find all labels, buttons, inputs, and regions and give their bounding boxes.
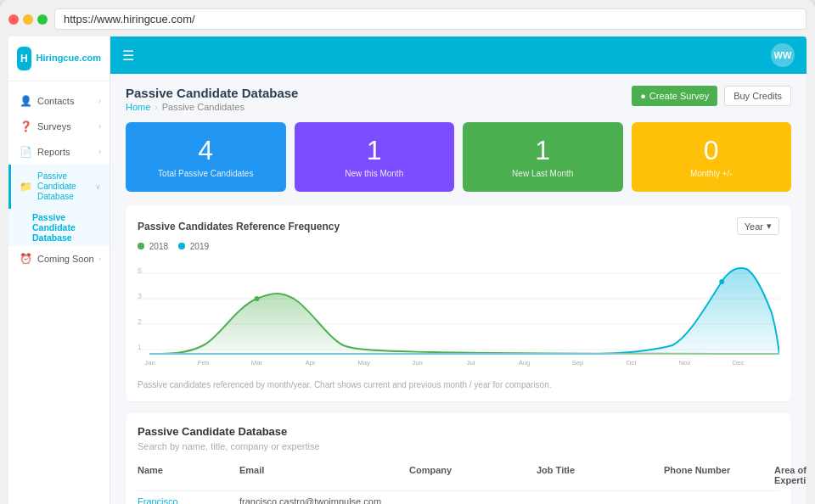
legend-label-2018: 2018 (149, 242, 168, 251)
table-search-hint: Search by name, title, company or expert… (138, 441, 779, 451)
chart-filter-dropdown[interactable]: Year ▾ (737, 217, 779, 235)
stat-number-monthly: 0 (642, 136, 782, 165)
sidebar-item-passive-candidate[interactable]: 📁 Passive CandidateDatabase ∨ (8, 165, 110, 209)
database-table-section: Passive Candidate Database Search by nam… (126, 413, 791, 504)
hamburger-icon[interactable]: ☰ (122, 48, 134, 64)
svg-text:Nov: Nov (679, 359, 691, 367)
page-title: Passive Candidate Database (126, 86, 298, 100)
svg-text:1: 1 (138, 343, 142, 351)
svg-text:Jul: Jul (467, 359, 475, 367)
svg-text:Jun: Jun (412, 359, 422, 367)
close-dot[interactable] (8, 14, 19, 25)
sidebar-label-contacts: Contacts (37, 96, 74, 106)
sidebar-item-reports[interactable]: 📄 Reports › (8, 139, 110, 165)
svg-text:May: May (357, 359, 370, 367)
main-content: ☰ WW Passive Candidate Database Home › P… (110, 36, 807, 504)
legend-2018: 2018 (138, 242, 168, 251)
chevron-down-icon: ▾ (767, 221, 772, 232)
browser-toolbar: https://www.hiringcue.com/ (8, 8, 807, 30)
chart-legend: 2018 2019 (138, 242, 779, 251)
logo-text: Hiringcue.com (37, 53, 101, 64)
chart-svg: 5 3 2 1 (138, 256, 779, 375)
contacts-icon: 👤 (20, 95, 32, 107)
sidebar-navigation: 👤 Contacts › ❓ Surveys › 📄 Reports (8, 81, 110, 278)
url-bar[interactable]: https://www.hiringcue.com/ (54, 8, 807, 30)
chart-header: Passive Candidates Reference Frequency Y… (138, 217, 779, 235)
svg-text:Sep: Sep (572, 359, 584, 367)
cell-expertise (774, 496, 779, 504)
stat-card-new-last: 1 New Last Month (463, 122, 623, 192)
col-expertise: Area of Expertise (774, 465, 807, 485)
svg-point-8 (255, 296, 260, 301)
app-container: H Hiringcue.com 👤 Contacts › ❓ Surveys (8, 36, 807, 504)
chevron-icon: › (98, 255, 101, 263)
svg-text:3: 3 (138, 292, 142, 300)
topbar: ☰ WW (110, 36, 807, 74)
svg-text:Feb: Feb (198, 359, 210, 367)
chevron-icon: › (98, 97, 101, 105)
reports-icon: 📄 (20, 146, 32, 158)
sidebar-label-surveys: Surveys (37, 121, 71, 132)
cell-phone (664, 496, 774, 504)
svg-text:Mar: Mar (251, 359, 263, 367)
svg-text:Jan: Jan (144, 359, 155, 367)
content-area: Passive Candidate Database Home › Passiv… (110, 74, 807, 504)
create-survey-label: Create Survey (649, 91, 709, 101)
col-job-title: Job Title (537, 465, 664, 485)
header-buttons: ● Create Survey Buy Credits (632, 86, 791, 106)
breadcrumb-separator: › (155, 103, 157, 112)
cell-name[interactable]: Francisco (138, 496, 239, 504)
breadcrumb-home[interactable]: Home (126, 102, 150, 112)
table-row[interactable]: Francisco francisco.castro@twoimpulse.co… (138, 491, 779, 504)
table-header: Name Email Company Job Title Phone Numbe… (138, 460, 779, 491)
sidebar-label-reports: Reports (37, 147, 70, 157)
coming-soon-icon: ⏰ (20, 253, 32, 265)
logo-icon: H (17, 47, 31, 70)
create-survey-button[interactable]: ● Create Survey (632, 86, 717, 106)
svg-point-9 (719, 279, 724, 284)
stat-card-total: 4 Total Passive Candidates (126, 122, 286, 192)
browser-dots (8, 14, 48, 25)
surveys-icon: ❓ (20, 120, 32, 132)
svg-text:5: 5 (138, 266, 142, 275)
chart-note: Passive candidates referenced by month/y… (138, 380, 779, 389)
sidebar: H Hiringcue.com 👤 Contacts › ❓ Surveys (8, 36, 110, 504)
svg-text:Aug: Aug (519, 359, 531, 367)
buy-credits-button[interactable]: Buy Credits (724, 86, 791, 106)
stat-label-total: Total Passive Candidates (136, 169, 276, 178)
stat-number-new-last: 1 (473, 136, 613, 165)
legend-2019: 2019 (178, 242, 209, 251)
sidebar-item-contacts[interactable]: 👤 Contacts › (8, 88, 110, 114)
avatar[interactable]: WW (771, 43, 795, 67)
cell-email: francisco.castro@twoimpulse.com (239, 496, 409, 504)
cell-job-title (537, 496, 664, 504)
chevron-icon: › (98, 122, 101, 131)
stat-label-new-month: New this Month (305, 169, 445, 178)
sidebar-logo: H Hiringcue.com (8, 36, 110, 81)
legend-dot-2018 (138, 243, 144, 249)
svg-text:Dec: Dec (733, 359, 745, 367)
sidebar-item-coming-soon[interactable]: ⏰ Coming Soon › (8, 246, 110, 272)
browser-window: https://www.hiringcue.com/ H Hiringcue.c… (0, 0, 815, 504)
breadcrumb: Home › Passive Candidates (126, 102, 298, 112)
stat-number-new-month: 1 (305, 136, 445, 165)
minimize-dot[interactable] (23, 14, 33, 25)
plus-icon: ● (640, 91, 646, 101)
svg-text:2: 2 (138, 317, 142, 326)
page-header: Passive Candidate Database Home › Passiv… (126, 86, 791, 112)
sidebar-label-passive: Passive CandidateDatabase (37, 171, 95, 202)
passive-icon: 📁 (20, 181, 32, 193)
svg-text:Oct: Oct (627, 359, 638, 367)
col-name: Name (138, 465, 239, 485)
legend-label-2019: 2019 (190, 242, 209, 251)
stat-label-new-last: New Last Month (473, 169, 613, 178)
col-email: Email (239, 465, 409, 485)
stat-label-monthly: Monthly +/- (642, 169, 782, 178)
col-phone: Phone Number (664, 465, 774, 485)
sidebar-sub-passive: Passive Candidate Database (8, 209, 110, 246)
maximize-dot[interactable] (37, 14, 48, 25)
chart-filter-label: Year (745, 221, 763, 232)
sidebar-item-surveys[interactable]: ❓ Surveys › (8, 114, 110, 139)
page-title-section: Passive Candidate Database Home › Passiv… (126, 86, 298, 112)
svg-text:Apr: Apr (306, 359, 316, 367)
